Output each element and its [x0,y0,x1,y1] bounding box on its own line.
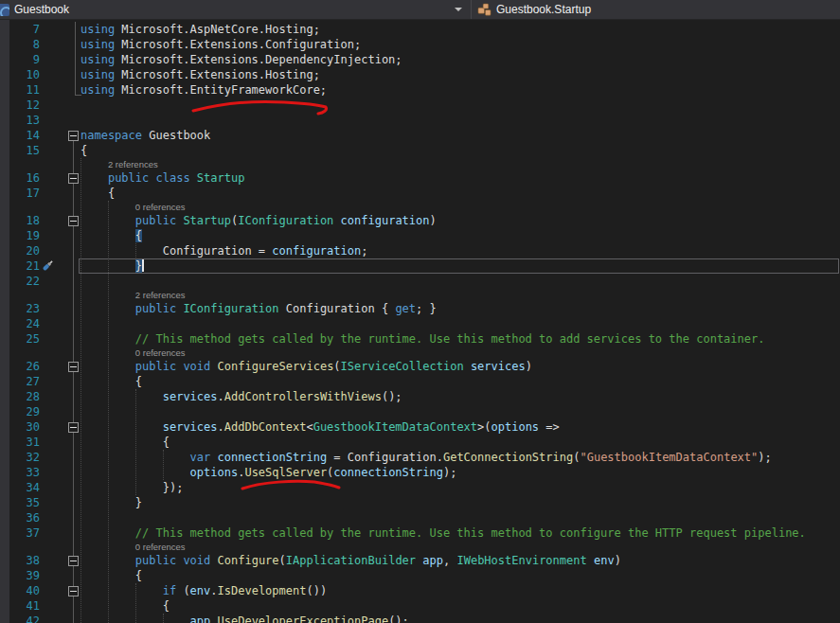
glyph-margin [40,389,57,404]
codelens-references-link[interactable]: 0 references [135,202,186,212]
code-text: options.UseSqlServer(connectionString); [80,465,840,480]
code-line-17[interactable]: 17 { [0,186,840,201]
code-line-35[interactable]: 35 } [0,495,840,510]
outlining-margin [57,525,80,541]
code-line-40[interactable]: 40 if (env.IsDevelopment()) [0,583,840,598]
line-number: 24 [0,316,40,331]
line-number: 39 [0,568,40,583]
type-dropdown[interactable]: Guestbook.Startup [472,0,840,19]
collapse-box-icon[interactable] [68,556,79,566]
outlining-margin [57,553,80,568]
codelens-references-link[interactable]: 0 references [135,542,186,552]
code-line-21[interactable]: 21 } [0,258,840,274]
collapse-box-icon[interactable] [68,422,79,433]
outlining-margin [57,495,80,510]
code-line-31[interactable]: 31 { [0,435,840,450]
outlining-margin [57,419,80,435]
quick-actions-screwdriver-icon[interactable] [40,258,57,274]
glyph-margin [40,37,57,52]
code-line-32[interactable]: 32 var connectionString = Configuration.… [0,450,840,465]
code-line-39[interactable]: 39 { [0,568,840,583]
code-line-27[interactable]: 27 { [0,374,840,389]
code-editor[interactable]: 7using Microsoft.AspNetCore.Hosting;8usi… [0,20,840,623]
code-line-34[interactable]: 34 }); [0,480,840,495]
outlining-margin [57,128,80,143]
outlining-margin [57,389,80,404]
glyph-margin [40,170,57,186]
line-number: 32 [0,450,40,465]
code-line-30[interactable]: 30 services.AddDbContext<GuestbookItemDa… [0,419,840,435]
outlining-margin [57,301,80,316]
codelens-references-link[interactable]: 2 references [108,159,158,169]
code-line-12[interactable]: 12 [0,98,840,113]
code-text: public Startup(IConfiguration configurat… [80,213,840,228]
collapse-box-icon[interactable] [68,131,79,141]
navigation-bar: Guestbook Guestbook.Startup [0,0,840,20]
class-icon [477,3,491,17]
glyph-margin [40,450,57,465]
outlining-margin [57,52,80,67]
code-line-42[interactable]: 42 app.UseDeveloperExceptionPage(); [0,614,840,623]
line-number: 31 [0,435,40,450]
line-number: 10 [0,67,40,82]
code-line-37[interactable]: 37 // This method gets called by the run… [0,525,840,541]
code-line-9[interactable]: 9using Microsoft.Extensions.DependencyIn… [0,52,840,67]
code-text: // This method gets called by the runtim… [80,331,840,347]
code-text: services.AddDbContext<GuestbookItemDataC… [80,419,840,435]
outlining-margin [57,170,80,186]
code-line-36[interactable]: 36 [0,510,840,525]
glyph-margin [40,510,57,525]
code-line-38[interactable]: 38 public void Configure(IApplicationBui… [0,553,840,568]
code-line-33[interactable]: 33 options.UseSqlServer(connectionString… [0,465,840,480]
code-line-16[interactable]: 16 public class Startup [0,170,840,186]
code-line-11[interactable]: 11using Microsoft.EntityFrameworkCore; [0,82,840,98]
outlining-margin [57,465,80,480]
code-line-19[interactable]: 19 { [0,228,840,243]
glyph-margin [40,228,57,243]
code-line-22[interactable]: 22 [0,274,840,289]
codelens-references-link[interactable]: 0 references [135,347,186,358]
code-text: using Microsoft.EntityFrameworkCore; [80,82,840,98]
code-line-20[interactable]: 20 Configuration = configuration; [0,243,840,258]
collapse-box-icon[interactable] [68,586,79,596]
code-text: var connectionString = Configuration.Get… [80,450,840,465]
code-text: using Microsoft.Extensions.DependencyInj… [80,52,840,67]
outlining-margin [57,186,80,201]
glyph-margin [40,525,57,541]
code-line-13[interactable]: 13 [0,113,840,128]
glyph-margin [40,331,57,347]
codelens-row: 2 references [0,289,840,301]
line-number: 17 [0,186,40,201]
project-dropdown[interactable]: Guestbook [0,0,471,19]
code-text: { [80,143,840,158]
code-line-41[interactable]: 41 { [0,598,840,614]
line-number: 38 [0,553,40,568]
outlining-margin [57,22,80,37]
code-text: { [80,228,840,243]
line-number: 11 [0,82,40,98]
glyph-margin [40,419,57,435]
collapse-box-icon[interactable] [68,216,79,226]
collapse-box-icon[interactable] [68,362,79,372]
code-line-23[interactable]: 23 public IConfiguration Configuration {… [0,301,840,316]
code-line-14[interactable]: 14namespace Guestbook [0,128,840,143]
code-text: public IConfiguration Configuration { ge… [80,301,840,316]
collapse-box-icon[interactable] [68,173,79,184]
code-line-15[interactable]: 15{ [0,143,840,158]
code-line-26[interactable]: 26 public void ConfigureServices(IServic… [0,359,840,374]
line-number: 22 [0,274,40,289]
codelens-references-link[interactable]: 2 references [135,290,186,300]
code-line-29[interactable]: 29 [0,404,840,419]
line-number: 36 [0,510,40,525]
code-line-24[interactable]: 24 [0,316,840,331]
code-text: }); [80,480,840,495]
code-text [80,113,840,128]
code-line-28[interactable]: 28 services.AddControllersWithViews(); [0,389,840,404]
code-line-18[interactable]: 18 public Startup(IConfiguration configu… [0,213,840,228]
code-line-8[interactable]: 8using Microsoft.Extensions.Configuratio… [0,37,840,52]
code-line-10[interactable]: 10using Microsoft.Extensions.Hosting; [0,67,840,82]
outlining-margin [57,98,80,113]
code-line-25[interactable]: 25 // This method gets called by the run… [0,331,840,347]
chevron-down-icon [455,8,462,11]
code-line-7[interactable]: 7using Microsoft.AspNetCore.Hosting; [0,22,840,37]
